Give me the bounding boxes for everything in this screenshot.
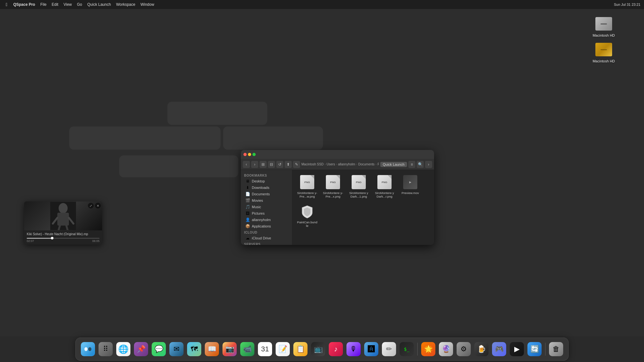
dock-item-books[interactable]: 📖 — [204, 341, 220, 357]
sidebar-item-music[interactable]: 🎵 Music — [242, 204, 291, 210]
terminal-dock-icon: $_ — [400, 342, 414, 356]
quicklaunch-menu[interactable]: Quick Launch — [85, 2, 113, 7]
progress-thumb[interactable] — [51, 237, 53, 239]
view-menu[interactable]: View — [61, 2, 74, 7]
finder-back-button[interactable]: ‹ — [243, 161, 250, 168]
breadcrumb-macintosh-ssd[interactable]: Macintosh SSD — [301, 162, 324, 166]
app-name-menu[interactable]: QSpace Pro — [11, 2, 38, 7]
dock-item-pockity[interactable]: 📌 — [133, 341, 149, 357]
dock-item-photos[interactable]: 📷 — [221, 341, 238, 357]
dock-item-discord[interactable]: 🎮 — [491, 341, 507, 357]
finder-share-button[interactable]: ⬆ — [285, 161, 292, 168]
dock-item-settings[interactable]: ⚙ — [455, 341, 472, 357]
finder-more-button[interactable]: › — [425, 161, 432, 168]
ssd-label: Macintosh HD — [592, 59, 615, 63]
sidebar-item-allannyholm[interactable]: 👤 allannyholm — [242, 217, 291, 223]
media-progress-bar-container[interactable]: 02:07 06:05 — [24, 237, 102, 245]
dock-item-chrome[interactable]: 🌐 — [115, 341, 132, 357]
media-expand-button[interactable]: ⤢ — [88, 203, 94, 209]
finder-view-button[interactable]: ⊞ — [260, 161, 267, 168]
sidebar-item-documents[interactable]: 📄 Documents — [242, 191, 291, 197]
quick-launch-button[interactable]: Quick Launch — [380, 162, 407, 167]
dock-item-sidekick[interactable]: 🌟 — [420, 341, 437, 357]
dock-item-migrate[interactable]: 🔄 — [526, 341, 543, 357]
finder-sort-button[interactable]: ≡ — [408, 161, 415, 168]
dock-item-podcasts[interactable]: 🎙 — [345, 341, 362, 357]
sidebar-item-pictures[interactable]: 🖼 Pictures — [242, 210, 291, 217]
dock-item-vectorize[interactable]: ✏ — [381, 341, 397, 357]
window-menu[interactable]: Window — [138, 2, 157, 7]
png-icon-3: PNG — [377, 175, 392, 189]
dock-item-calendar[interactable]: 31 — [257, 341, 273, 357]
edit-menu[interactable]: Edit — [49, 2, 61, 7]
dock-item-music[interactable]: ♪ — [327, 341, 344, 357]
file-menu[interactable]: File — [38, 2, 49, 7]
media-artwork-svg — [50, 202, 76, 230]
dock-item-terminal[interactable]: $_ — [398, 341, 415, 357]
sidebar-applications-label: Applications — [252, 224, 271, 228]
apple-menu[interactable]:  — [3, 2, 11, 7]
time-current: 02:07 — [27, 239, 34, 243]
breadcrumb-users[interactable]: Users — [327, 162, 335, 166]
dock-item-finder[interactable] — [80, 341, 96, 357]
discord-dock-icon: 🎮 — [492, 342, 506, 356]
media-close-button[interactable]: ✕ — [95, 203, 101, 209]
dock-item-reminders[interactable]: 📝 — [274, 341, 291, 357]
svg-rect-7 — [82, 343, 94, 355]
dock-item-siri[interactable]: 🔮 — [438, 341, 454, 357]
file-item-3[interactable]: PNG SiroMontere yDark...r.png — [373, 173, 396, 200]
desktop-icon-macintosh-ssd[interactable]: Macintosh HD — [589, 41, 618, 63]
dock-item-appletv-plus[interactable]: ▶ — [508, 341, 525, 357]
dock-item-mail[interactable]: ✉ — [168, 341, 185, 357]
dock-item-messages[interactable]: 💬 — [150, 341, 167, 357]
file-item-1[interactable]: PNG SiroMontere y-Pre...x.png — [321, 173, 345, 200]
workspace-panel-3[interactable] — [223, 126, 323, 150]
workspace-panel-2[interactable] — [69, 126, 221, 150]
sidebar-item-movies[interactable]: 🎬 Movies — [242, 197, 291, 204]
dock-item-tv[interactable]: 📺 — [310, 341, 327, 357]
finder-arrange-button[interactable]: ⊟ — [268, 161, 275, 168]
migrate-dock-icon: 🔄 — [527, 342, 542, 356]
file-item-0[interactable]: PNG SiroMontere y-Pre...w.png — [296, 173, 319, 200]
finder-action-button[interactable]: ↺ — [276, 161, 283, 168]
sidebar-music-label: Music — [252, 205, 261, 209]
file-item-5[interactable]: PaintCan.bundle — [296, 202, 319, 229]
file-label-5: PaintCan.bundle — [297, 220, 317, 228]
file-item-4[interactable]: ▶ Preview.mov — [399, 173, 422, 200]
svg-point-1 — [59, 203, 68, 213]
workspace-panel-4[interactable] — [119, 155, 238, 177]
dock-item-launchpad[interactable]: ⠿ — [97, 341, 114, 357]
go-menu[interactable]: Go — [74, 2, 85, 7]
finder-forward-button[interactable]: › — [251, 161, 258, 168]
breadcrumb-allannyholm[interactable]: allannyholm — [338, 162, 355, 166]
finder-content: Bookmarks 🖥 Desktop ⬇ Downloads 📄 Docume… — [241, 170, 434, 245]
dock-item-trash[interactable]: 🗑 — [548, 341, 564, 357]
ssd-icon-img — [595, 41, 612, 58]
desktop-icon-macintosh-hdd[interactable]: Macintosh HD — [589, 15, 618, 38]
finder-maximize-button[interactable] — [252, 153, 256, 156]
sidebar-item-applications[interactable]: 📦 Applications — [242, 223, 291, 229]
dock-item-maps[interactable]: 🗺 — [186, 341, 203, 357]
dock-item-appstore[interactable]: 🅰 — [363, 341, 380, 357]
siri-dock-icon: 🔮 — [439, 342, 453, 356]
breadcrumb-documents[interactable]: Documents — [358, 162, 374, 166]
breadcrumb-projekter[interactable]: Projekter — [377, 162, 379, 166]
finder-minimize-button[interactable] — [248, 153, 251, 156]
finder-search-button[interactable]: 🔍 — [417, 161, 424, 168]
shield-icon-5 — [300, 204, 314, 218]
finder-edit-button[interactable]: ✎ — [293, 161, 300, 168]
sidebar-item-desktop[interactable]: 🖥 Desktop — [242, 178, 291, 184]
finder-sidebar: Bookmarks 🖥 Desktop ⬇ Downloads 📄 Docume… — [241, 170, 292, 245]
reminders-dock-icon: 📝 — [276, 342, 290, 356]
sidebar-item-downloads[interactable]: ⬇ Downloads — [242, 184, 291, 191]
dock-item-facetime[interactable]: 📹 — [239, 341, 256, 357]
finder-close-button[interactable] — [243, 153, 247, 156]
workspace-menu[interactable]: Workspace — [113, 2, 138, 7]
dock-item-notes[interactable]: 📋 — [292, 341, 309, 357]
sidebar-item-icloud-drive[interactable]: ☁ iCloud Drive — [242, 235, 291, 241]
workspace-panel-1[interactable] — [167, 102, 267, 125]
file-item-2[interactable]: PNG SiroMontere yDark...1.png — [347, 173, 370, 200]
desktop: Macintosh HD Macintosh HD — [0, 9, 644, 336]
dock-item-bartender[interactable]: 🍺 — [473, 341, 490, 357]
png-icon-2: PNG — [352, 175, 366, 189]
